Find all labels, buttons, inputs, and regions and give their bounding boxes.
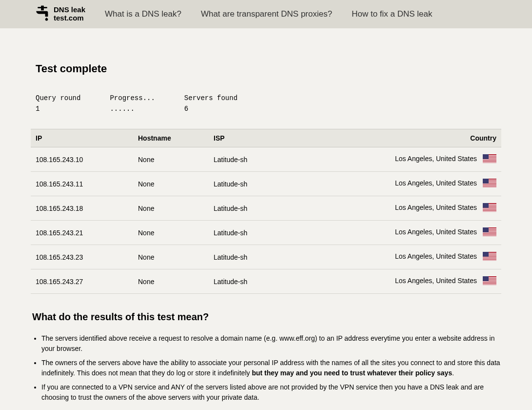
us-flag-icon	[483, 227, 496, 238]
cell-ip: 108.165.243.18	[31, 196, 133, 221]
cell-ip: 108.165.243.10	[31, 147, 133, 172]
cell-isp: Latitude-sh	[209, 172, 389, 196]
svg-rect-51	[483, 276, 489, 281]
list-item: The owners of the servers above have the…	[41, 358, 501, 378]
cell-isp: Latitude-sh	[209, 221, 389, 245]
nav-what-is-dns-leak[interactable]: What is a DNS leak?	[105, 9, 181, 19]
table-row: 108.165.243.21NoneLatitude-shLos Angeles…	[31, 221, 501, 245]
list-item: If you are connected to a VPN service an…	[41, 382, 501, 403]
table-row: 108.165.243.23NoneLatitude-shLos Angeles…	[31, 245, 501, 269]
col-hostname: Hostname	[133, 129, 209, 147]
faucet-icon	[34, 5, 51, 23]
cell-ip: 108.165.243.21	[31, 221, 133, 245]
top-navbar: DNS leak test.com What is a DNS leak? Wh…	[0, 0, 532, 28]
progress-value: ......	[110, 103, 155, 114]
svg-rect-2	[41, 8, 44, 11]
test-status-row: Query round 1 Progress... ...... Servers…	[31, 93, 501, 115]
cell-hostname: None	[133, 245, 209, 269]
svg-rect-25	[483, 209, 496, 210]
cell-isp: Latitude-sh	[209, 147, 389, 172]
col-ip: IP	[31, 129, 133, 147]
logo-text-line1: DNS leak	[54, 6, 85, 14]
table-header-row: IP Hostname ISP Country	[31, 129, 501, 147]
svg-rect-19	[483, 179, 489, 184]
logo-text-line2: test.com	[54, 14, 85, 22]
results-meaning-heading: What do the results of this test mean?	[31, 311, 501, 323]
list-item: The servers identified above receive a r…	[41, 333, 501, 354]
bold-warning-text: but they may and you need to trust whate…	[252, 369, 452, 377]
status-query-round: Query round 1	[36, 93, 80, 115]
svg-rect-8	[483, 160, 496, 160]
col-isp: ISP	[209, 129, 389, 147]
svg-rect-26	[483, 211, 496, 211]
cell-country: Los Angeles, United States	[389, 269, 501, 294]
query-round-value: 1	[36, 103, 80, 114]
cell-ip: 108.165.243.11	[31, 172, 133, 196]
table-row: 108.165.243.27NoneLatitude-shLos Angeles…	[31, 269, 501, 294]
cell-hostname: None	[133, 172, 209, 196]
cell-isp: Latitude-sh	[209, 196, 389, 221]
cell-hostname: None	[133, 147, 209, 172]
svg-rect-16	[483, 184, 496, 184]
site-logo[interactable]: DNS leak test.com	[34, 5, 85, 23]
cell-isp: Latitude-sh	[209, 269, 389, 294]
cell-ip: 108.165.243.27	[31, 269, 133, 294]
svg-rect-34	[483, 235, 496, 236]
svg-rect-49	[483, 283, 496, 283]
servers-found-label: Servers found	[184, 93, 237, 103]
cell-hostname: None	[133, 269, 209, 294]
col-country: Country	[389, 129, 501, 147]
cell-ip: 108.165.243.23	[31, 245, 133, 269]
cell-country: Los Angeles, United States	[389, 221, 501, 245]
progress-label: Progress...	[110, 93, 155, 103]
servers-found-value: 6	[184, 103, 237, 114]
svg-rect-35	[483, 227, 489, 232]
us-flag-icon	[483, 179, 496, 189]
table-row: 108.165.243.11NoneLatitude-shLos Angeles…	[31, 172, 501, 196]
status-servers-found: Servers found 6	[184, 93, 237, 115]
nav-transparent-proxies[interactable]: What are transparent DNS proxies?	[201, 9, 332, 19]
main-content: Test complete Query round 1 Progress... …	[31, 28, 501, 410]
cell-hostname: None	[133, 196, 209, 221]
svg-rect-27	[483, 203, 489, 208]
svg-rect-41	[483, 258, 496, 259]
svg-rect-33	[483, 234, 496, 234]
query-round-label: Query round	[36, 93, 80, 103]
page-title: Test complete	[31, 62, 501, 75]
svg-rect-42	[483, 260, 496, 260]
cell-country: Los Angeles, United States	[389, 147, 501, 172]
svg-rect-9	[483, 161, 496, 161]
svg-rect-43	[483, 252, 489, 257]
svg-rect-48	[483, 282, 496, 282]
cell-isp: Latitude-sh	[209, 245, 389, 269]
us-flag-icon	[483, 203, 496, 213]
cell-country: Los Angeles, United States	[389, 245, 501, 269]
cell-country: Los Angeles, United States	[389, 172, 501, 196]
us-flag-icon	[483, 252, 496, 262]
cell-hostname: None	[133, 221, 209, 245]
svg-rect-10	[483, 162, 496, 163]
table-row: 108.165.243.18NoneLatitude-shLos Angeles…	[31, 196, 501, 221]
results-table: IP Hostname ISP Country 108.165.243.10No…	[31, 129, 501, 294]
svg-rect-40	[483, 257, 496, 258]
explanation-list: The servers identified above receive a r…	[31, 333, 501, 403]
table-row: 108.165.243.10NoneLatitude-shLos Angeles…	[31, 147, 501, 172]
status-progress: Progress... ......	[110, 93, 155, 115]
svg-rect-50	[483, 284, 496, 285]
svg-rect-3	[45, 15, 48, 17]
svg-rect-32	[483, 233, 496, 233]
svg-rect-24	[483, 208, 496, 209]
svg-rect-17	[483, 185, 496, 185]
nav-how-to-fix[interactable]: How to fix a DNS leak	[352, 9, 432, 19]
svg-rect-11	[483, 154, 489, 159]
svg-rect-18	[483, 186, 496, 187]
cell-country: Los Angeles, United States	[389, 196, 501, 221]
us-flag-icon	[483, 154, 496, 164]
us-flag-icon	[483, 276, 496, 287]
